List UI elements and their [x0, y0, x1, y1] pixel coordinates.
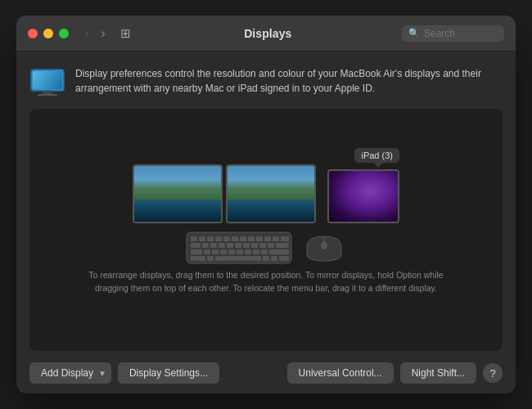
traffic-lights: [28, 29, 69, 38]
chevron-down-icon: ▼: [97, 369, 106, 378]
monitor-icon: [29, 68, 65, 97]
svg-rect-15: [264, 236, 271, 241]
svg-rect-12: [240, 236, 246, 241]
window-title: Displays: [134, 27, 402, 40]
svg-rect-35: [245, 249, 251, 254]
keyboard-mouse-svg: [186, 231, 346, 266]
svg-rect-25: [251, 243, 258, 248]
svg-rect-13: [248, 236, 255, 241]
search-box[interactable]: 🔍: [402, 25, 504, 42]
svg-rect-37: [261, 249, 268, 254]
add-display-label: Add Display: [41, 367, 93, 379]
display-thumb-1[interactable]: [133, 164, 223, 223]
svg-rect-11: [232, 236, 238, 241]
keyboard-area: [186, 231, 346, 266]
help-button[interactable]: ?: [483, 363, 503, 383]
svg-rect-36: [253, 249, 259, 254]
ipad-label: iPad (3): [354, 148, 399, 163]
svg-rect-8: [207, 236, 214, 241]
bottom-toolbar: Add Display ▼ Display Settings... Univer…: [29, 359, 503, 384]
wallpaper-landscape-1: [134, 166, 221, 222]
info-banner: Display preferences control the resoluti…: [29, 63, 503, 101]
svg-rect-33: [228, 249, 235, 254]
display-arrangement-area: iPad (3): [29, 109, 503, 351]
svg-rect-34: [237, 249, 243, 254]
svg-rect-3: [43, 91, 52, 94]
display-settings-label: Display Settings...: [129, 367, 208, 379]
svg-rect-19: [202, 243, 209, 248]
svg-rect-4: [38, 94, 57, 96]
svg-point-46: [321, 241, 327, 249]
help-label: ?: [489, 367, 495, 380]
grid-button[interactable]: ⊞: [117, 25, 134, 43]
svg-rect-28: [276, 243, 289, 248]
search-input[interactable]: [424, 28, 498, 39]
svg-rect-24: [243, 243, 250, 248]
display-settings-button[interactable]: Display Settings...: [118, 362, 219, 384]
svg-rect-39: [191, 256, 205, 261]
svg-rect-16: [273, 236, 279, 241]
svg-rect-18: [191, 243, 201, 248]
svg-rect-43: [271, 256, 277, 261]
mouse-icon: [302, 235, 346, 263]
svg-rect-38: [269, 249, 289, 254]
close-button[interactable]: [28, 29, 38, 38]
search-icon: 🔍: [408, 28, 420, 38]
maximize-button[interactable]: [59, 29, 69, 38]
svg-rect-30: [204, 249, 210, 254]
night-shift-label: Night Shift...: [412, 367, 465, 379]
display-thumb-2[interactable]: [226, 164, 316, 223]
svg-rect-21: [219, 243, 225, 248]
svg-rect-41: [215, 256, 261, 261]
wallpaper-landscape-2: [228, 166, 314, 222]
forward-button[interactable]: ›: [97, 25, 108, 43]
svg-rect-6: [191, 236, 197, 241]
svg-rect-42: [263, 256, 269, 261]
universal-control-button[interactable]: Universal Control...: [287, 362, 394, 384]
svg-rect-17: [281, 236, 289, 241]
svg-rect-14: [256, 236, 263, 241]
svg-rect-27: [268, 243, 274, 248]
info-text: Display preferences control the resoluti…: [75, 66, 503, 96]
svg-rect-31: [212, 249, 219, 254]
svg-rect-22: [227, 243, 233, 248]
nav-buttons: ‹ › ⊞: [82, 25, 134, 43]
svg-rect-26: [259, 243, 266, 248]
minimize-button[interactable]: [43, 29, 53, 38]
wallpaper-purple: [329, 171, 398, 222]
svg-rect-29: [191, 249, 202, 254]
svg-rect-7: [199, 236, 205, 241]
svg-rect-20: [210, 243, 217, 248]
svg-rect-32: [220, 249, 227, 254]
titlebar: ‹ › ⊞ Displays 🔍: [16, 16, 516, 52]
display-thumb-3[interactable]: [327, 169, 399, 223]
main-content: Display preferences control the resoluti…: [16, 52, 516, 393]
svg-rect-9: [215, 236, 222, 241]
universal-control-label: Universal Control...: [299, 367, 382, 379]
keyboard-icon: [186, 231, 292, 266]
displays-container: iPad (3): [133, 164, 399, 223]
night-shift-button[interactable]: Night Shift...: [400, 362, 476, 384]
svg-rect-2: [33, 71, 62, 89]
svg-rect-10: [223, 236, 230, 241]
add-display-button[interactable]: Add Display ▼: [29, 362, 111, 384]
hint-text: To rearrange displays, drag them to the …: [70, 269, 462, 295]
svg-rect-23: [235, 243, 241, 248]
ipad-container: iPad (3): [319, 169, 399, 223]
svg-rect-44: [279, 256, 289, 261]
svg-rect-40: [207, 256, 214, 261]
back-button[interactable]: ‹: [82, 25, 92, 43]
system-preferences-window: ‹ › ⊞ Displays 🔍: [16, 16, 516, 393]
